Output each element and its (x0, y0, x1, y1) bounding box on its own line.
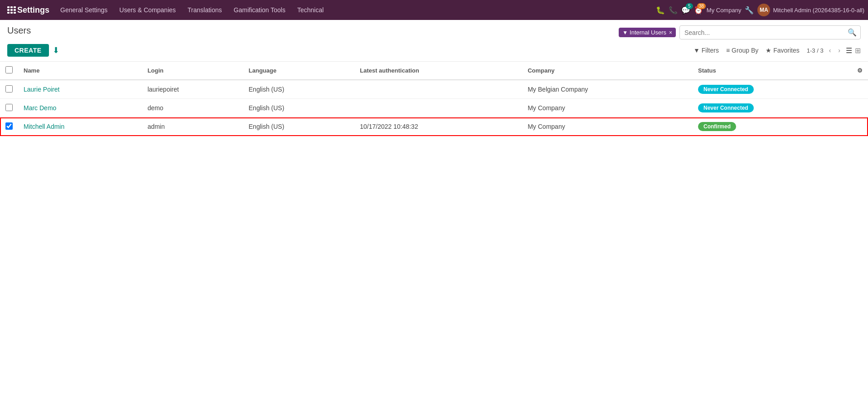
chat-badge: 5 (686, 3, 693, 9)
next-page-button[interactable]: › (836, 46, 842, 55)
clock-icon[interactable]: ⏰ 38 (694, 6, 703, 15)
cell-name: Marc Demo (18, 99, 142, 117)
app-brand[interactable]: Settings (4, 5, 53, 15)
menu-gamification-tools[interactable]: Gamification Tools (228, 5, 291, 15)
table-row[interactable]: Laurie Poiret lauriepoiret English (US) … (0, 80, 868, 99)
select-all-checkbox[interactable] (5, 66, 13, 73)
col-latest-auth: Latest authentication (354, 62, 522, 80)
page: Users ▼ Internal Users × 🔍 CREATE ⬇ (0, 20, 868, 395)
table-header: Name Login Language Latest authenticatio… (0, 62, 868, 80)
table-row[interactable]: Mitchell Admin admin English (US) 10/17/… (0, 117, 868, 136)
list-view-button[interactable]: ☰ (846, 46, 852, 55)
prev-page-button[interactable]: ‹ (827, 46, 833, 55)
pagination-area: 1-3 / 3 ‹ › ☰ ⊞ (807, 46, 861, 55)
star-icon: ★ (766, 47, 771, 54)
user-name-link[interactable]: Laurie Poiret (24, 86, 59, 93)
search-input[interactable] (680, 27, 844, 39)
table-row[interactable]: Marc Demo demo English (US) My Company N… (0, 99, 868, 117)
cell-status: Never Connected (693, 99, 852, 117)
menu-technical[interactable]: Technical (292, 5, 329, 15)
cell-login: lauriepoiret (142, 80, 243, 99)
avatar: MA (757, 4, 770, 16)
filter-tag-label: Internal Users (630, 29, 666, 36)
clock-badge: 38 (697, 3, 706, 9)
cell-language: English (US) (243, 80, 354, 99)
page-header: Users ▼ Internal Users × 🔍 (0, 20, 868, 39)
bug-icon[interactable]: 🐛 (656, 6, 665, 15)
cell-actions (852, 99, 868, 117)
chat-icon[interactable]: 💬 5 (681, 6, 690, 15)
tools-icon[interactable]: 🔧 (745, 6, 754, 15)
cell-actions (852, 80, 868, 99)
topnav-right: 🐛 📞 💬 5 ⏰ 38 My Company 🔧 MA Mitchell Ad… (656, 4, 864, 16)
row-checkbox[interactable] (5, 85, 13, 93)
status-badge: Confirmed (698, 122, 736, 131)
filters-button[interactable]: ▼ Filters (693, 47, 719, 54)
cell-actions (852, 117, 868, 136)
filter-triangle-icon: ▼ (693, 47, 700, 54)
status-badge: Never Connected (698, 85, 754, 94)
user-menu[interactable]: MA Mitchell Admin (20264385-16-0-all) (757, 4, 864, 16)
create-button[interactable]: CREATE (7, 44, 49, 57)
cell-status: Confirmed (693, 117, 852, 136)
company-name[interactable]: My Company (707, 7, 742, 14)
user-name-link[interactable]: Marc Demo (24, 104, 56, 112)
filter-icon: ▼ (622, 29, 628, 36)
cell-login: admin (142, 117, 243, 136)
toolbar-right: ▼ Filters ≡ Group By ★ Favorites 1-3 / 3… (693, 46, 861, 55)
cell-latest-auth (354, 99, 522, 117)
col-login: Login (142, 62, 243, 80)
cell-company: My Company (522, 117, 693, 136)
app-name: Settings (17, 5, 49, 15)
favorites-label: Favorites (773, 47, 800, 54)
cell-company: My Belgian Company (522, 80, 693, 99)
filter-tag-close[interactable]: × (669, 29, 672, 36)
row-checkbox[interactable] (5, 104, 13, 111)
cell-latest-auth (354, 80, 522, 99)
cell-company: My Company (522, 99, 693, 117)
search-row: ▼ Internal Users × 🔍 (619, 25, 861, 39)
col-status: Status (693, 62, 852, 80)
table-body: Laurie Poiret lauriepoiret English (US) … (0, 80, 868, 136)
cell-name: Laurie Poiret (18, 80, 142, 99)
user-name-link[interactable]: Mitchell Admin (24, 123, 64, 130)
search-button[interactable]: 🔍 (844, 26, 860, 39)
cell-status: Never Connected (693, 80, 852, 99)
menu-general-settings[interactable]: General Settings (55, 5, 113, 15)
search-box: 🔍 (679, 25, 861, 39)
filters-label: Filters (702, 47, 719, 54)
favorites-button[interactable]: ★ Favorites (766, 47, 800, 54)
cell-login: demo (142, 99, 243, 117)
pagination: 1-3 / 3 (807, 47, 824, 54)
kanban-view-button[interactable]: ⊞ (855, 46, 861, 55)
cell-language: English (US) (243, 117, 354, 136)
col-name: Name (18, 62, 142, 80)
grid-icon (7, 6, 15, 14)
groupby-icon: ≡ (726, 47, 730, 54)
cell-language: English (US) (243, 99, 354, 117)
row-checkbox[interactable] (5, 122, 13, 130)
filter-tag-internal-users[interactable]: ▼ Internal Users × (619, 28, 676, 37)
col-language: Language (243, 62, 354, 80)
menu-translations[interactable]: Translations (182, 5, 228, 15)
col-settings-icon[interactable]: ⚙ (852, 62, 868, 80)
download-button[interactable]: ⬇ (53, 45, 59, 55)
top-menu: General Settings Users & Companies Trans… (55, 5, 654, 15)
col-company: Company (522, 62, 693, 80)
phone-icon[interactable]: 📞 (669, 6, 678, 15)
users-table: Name Login Language Latest authenticatio… (0, 62, 868, 136)
cell-latest-auth: 10/17/2022 10:48:32 (354, 117, 522, 136)
menu-users-companies[interactable]: Users & Companies (114, 5, 181, 15)
toolbar: CREATE ⬇ ▼ Filters ≡ Group By ★ Favorite… (0, 39, 868, 62)
view-toggle: ☰ ⊞ (846, 46, 861, 55)
cell-name: Mitchell Admin (18, 117, 142, 136)
status-badge: Never Connected (698, 103, 754, 112)
top-navigation: Settings General Settings Users & Compan… (0, 0, 868, 20)
groupby-label: Group By (732, 47, 758, 54)
page-title: Users (7, 25, 31, 39)
user-name: Mitchell Admin (20264385-16-0-all) (773, 7, 864, 14)
groupby-button[interactable]: ≡ Group By (726, 47, 758, 54)
